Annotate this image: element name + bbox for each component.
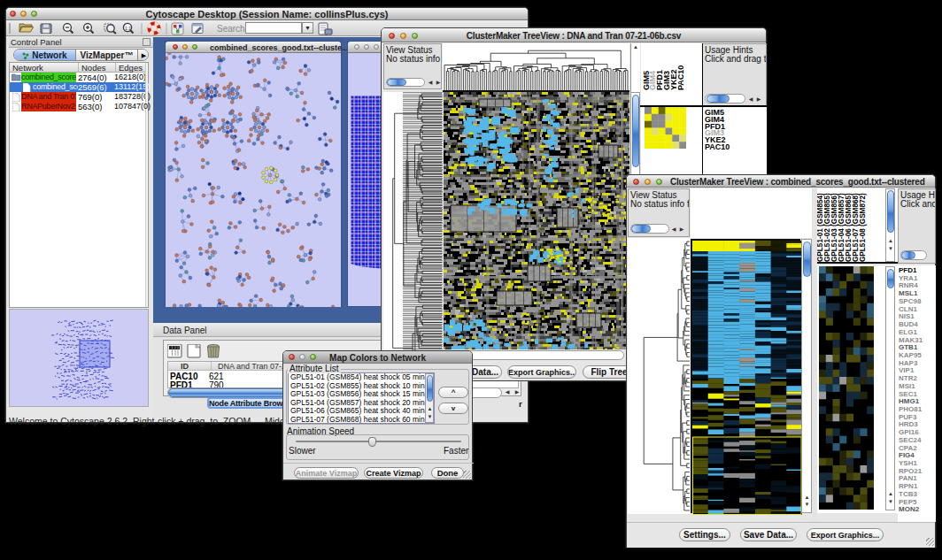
- svg-text:PAC10: PAC10: [676, 65, 685, 90]
- svg-text:1:1: 1:1: [125, 26, 131, 31]
- svg-text:GPL51-08 (GSM872): GPL51-08 (GSM872): [859, 193, 867, 262]
